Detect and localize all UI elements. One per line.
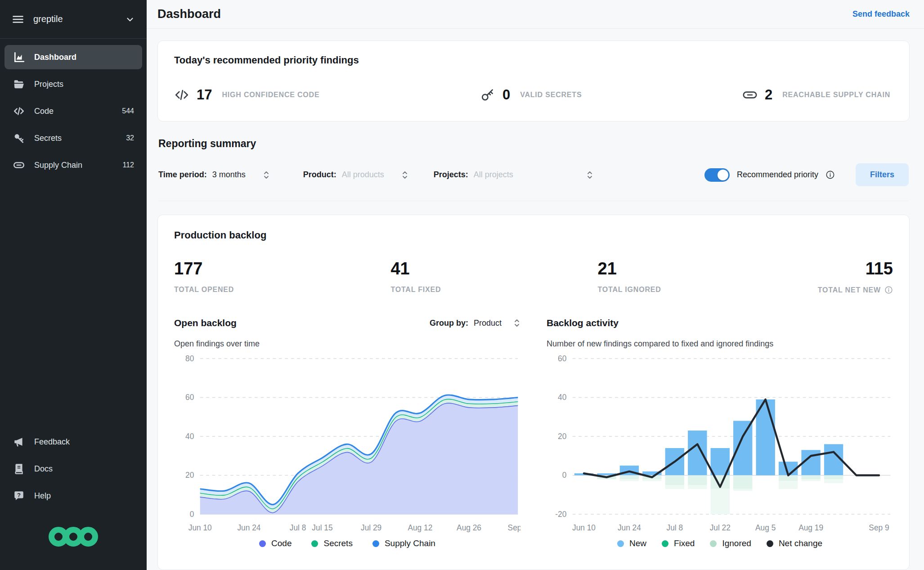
legend-item-fixed[interactable]: Fixed (662, 539, 695, 548)
link-icon (13, 159, 25, 171)
legend-dot (372, 540, 379, 547)
stat-label: VALID SECRETS (520, 91, 582, 99)
sidebar-item-label: Feedback (34, 437, 70, 447)
legend-label: New (629, 539, 646, 548)
sidebar-item-count: 112 (122, 161, 134, 169)
stat-label: REACHABLE SUPPLY CHAIN (782, 91, 890, 99)
hamburger-menu-icon[interactable] (12, 13, 24, 26)
dashboard-chart-icon (13, 51, 25, 63)
sidebar-item-label: Supply Chain (34, 161, 82, 170)
main-area: Dashboard Send feedback Today's recommen… (147, 0, 924, 570)
priority-card-title: Today's recommended priority findings (174, 54, 893, 66)
stat-value: 177 (174, 259, 234, 278)
legend-dot (311, 540, 318, 547)
legend-dot (710, 540, 717, 547)
svg-text:20: 20 (185, 471, 194, 480)
group-by-select[interactable]: Group by: Product (430, 318, 520, 328)
legend-item-code[interactable]: Code (259, 539, 292, 548)
svg-text:-20: -20 (555, 510, 566, 519)
sidebar-item-supply-chain[interactable]: Supply Chain 112 (4, 153, 142, 177)
sidebar-item-label: Projects (34, 80, 63, 89)
svg-text:80: 80 (185, 354, 194, 363)
stat-label: HIGH CONFIDENCE CODE (222, 91, 319, 99)
code-icon (13, 105, 25, 117)
group-by-value: Product (474, 319, 502, 328)
stat-value: 21 (598, 259, 661, 278)
priority-stats-row: 17 HIGH CONFIDENCE CODE 0 VALID SECRETS … (174, 87, 893, 103)
time-period-value: 3 months (212, 170, 246, 180)
projects-label: Projects: (434, 170, 468, 180)
svg-text:Aug 12: Aug 12 (408, 523, 432, 532)
svg-text:40: 40 (185, 432, 194, 441)
stat-reachable-supply-chain: 2 REACHABLE SUPPLY CHAIN (742, 87, 890, 103)
svg-text:0: 0 (562, 471, 567, 480)
open-backlog-panel: Open backlog Group by: Product Open find… (174, 318, 520, 548)
charts-row: Open backlog Group by: Product Open find… (174, 318, 893, 548)
legend-item-supply-chain[interactable]: Supply Chain (372, 539, 435, 548)
legend-item-secrets[interactable]: Secrets (311, 539, 352, 548)
top-bar: Dashboard Send feedback (147, 0, 924, 29)
chevron-down-icon[interactable] (125, 14, 135, 24)
sidebar: greptile Dashboard Projects Code 544 (0, 0, 147, 570)
unfold-chevrons-icon (586, 170, 593, 180)
svg-text:Jun 10: Jun 10 (572, 523, 596, 532)
time-period-select[interactable]: Time period: 3 months (158, 170, 270, 180)
backlog-activity-legend: New Fixed Ignored Net change (547, 539, 893, 548)
legend-label: Net change (779, 539, 822, 548)
product-select[interactable]: Product: All products (303, 170, 408, 180)
sidebar-item-label: Dashboard (34, 53, 76, 62)
legend-label: Fixed (674, 539, 695, 548)
svg-text:Jul 22: Jul 22 (710, 523, 731, 532)
svg-text:Jul 8: Jul 8 (667, 523, 683, 532)
svg-text:Aug 19: Aug 19 (798, 523, 823, 532)
send-feedback-link[interactable]: Send feedback (852, 9, 910, 19)
sidebar-item-secrets[interactable]: Secrets 32 (4, 126, 142, 150)
legend-dot (662, 540, 668, 547)
folder-icon (13, 78, 25, 90)
sidebar-item-code[interactable]: Code 544 (4, 99, 142, 123)
svg-text:0: 0 (190, 510, 194, 519)
backlog-stats-row: 177 TOTAL OPENED 41 TOTAL FIXED 21 TOTAL… (174, 259, 893, 294)
sidebar-nav: Dashboard Projects Code 544 Secrets 32 (0, 39, 147, 184)
svg-text:60: 60 (185, 393, 194, 402)
page-title: Dashboard (157, 7, 221, 21)
legend-item-net-change[interactable]: Net change (767, 539, 822, 548)
open-backlog-chart[interactable]: 020406080Jun 10Jun 24Jul 8Jul 15Jul 29Au… (174, 351, 520, 535)
filters-button[interactable]: Filters (856, 163, 909, 186)
sidebar-item-help[interactable]: ? Help (4, 484, 142, 508)
org-switcher[interactable]: greptile (0, 0, 147, 39)
sidebar-item-label: Code (34, 107, 54, 116)
legend-dot (767, 540, 773, 547)
legend-dot (259, 540, 266, 547)
open-backlog-subtitle: Open findings over time (174, 339, 520, 349)
legend-label: Code (271, 539, 292, 548)
filters-row: Time period: 3 months Product: All produ… (158, 163, 909, 201)
projects-select[interactable]: Projects: All projects (434, 170, 593, 180)
info-icon[interactable] (884, 286, 893, 294)
sidebar-item-docs[interactable]: Docs (4, 457, 142, 481)
legend-dot (617, 540, 624, 547)
sidebar-item-dashboard[interactable]: Dashboard (4, 45, 142, 69)
stat-label: TOTAL IGNORED (598, 286, 661, 294)
backlog-activity-chart[interactable]: -200204060Jun 10Jun 24Jul 8Jul 22Aug 5Au… (547, 351, 893, 535)
priority-findings-card: Today's recommended priority findings 17… (157, 40, 910, 121)
sidebar-item-feedback[interactable]: Feedback (4, 430, 142, 454)
time-period-label: Time period: (158, 170, 207, 180)
svg-text:Jun 24: Jun 24 (237, 523, 260, 532)
stat-high-confidence-code: 17 HIGH CONFIDENCE CODE (174, 87, 319, 103)
open-backlog-title: Open backlog (174, 318, 237, 328)
help-bubble-icon: ? (13, 489, 25, 502)
book-icon (13, 462, 25, 475)
svg-text:?: ? (17, 492, 21, 498)
info-icon[interactable] (825, 170, 835, 180)
recommended-priority-toggle[interactable] (704, 168, 730, 182)
sidebar-item-count: 544 (122, 107, 134, 115)
legend-item-new[interactable]: New (617, 539, 646, 548)
sidebar-item-projects[interactable]: Projects (4, 72, 142, 96)
sidebar-footer: Feedback Docs ? Help (0, 423, 147, 508)
stat-total-net-new: 115 TOTAL NET NEW (818, 259, 893, 294)
stat-value: 41 (390, 259, 441, 278)
product-value: All products (342, 170, 384, 180)
legend-item-ignored[interactable]: Ignored (710, 539, 751, 548)
stat-value: 17 (197, 87, 212, 103)
